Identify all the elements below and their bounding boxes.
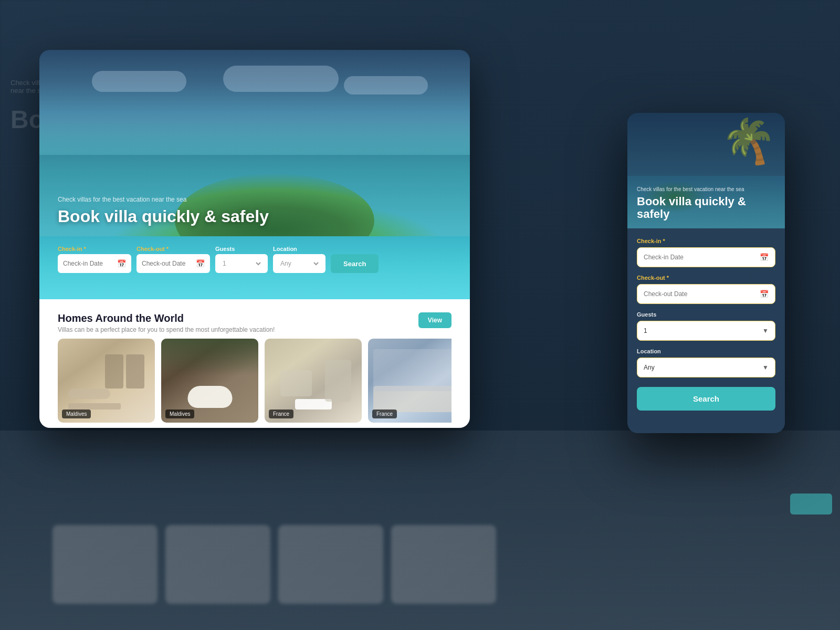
section-header: Homes Around the World Villas can be a p… (58, 312, 452, 333)
guests-label: Guests (215, 246, 268, 252)
location-input-wrap[interactable]: Any Maldives France Bali (273, 254, 326, 273)
mobile-checkout-label: Check-out * (637, 275, 775, 281)
calendar-icon: 📅 (117, 259, 126, 268)
checkout-input[interactable] (142, 260, 193, 267)
location-badge-1: Maldives (62, 410, 91, 418)
bg-villas (0, 430, 840, 630)
cloud-1 (92, 71, 186, 92)
mobile-guests-label: Guests (637, 311, 775, 318)
mobile-guests-group: Guests 1 2 3 4 5+ ▼ (637, 311, 775, 341)
bg-room-4 (391, 525, 496, 604)
cloud-3 (344, 76, 428, 94)
lower-section: Homes Around the World Villas can be a p… (39, 299, 470, 428)
location-select[interactable]: Any Maldives France Bali (278, 259, 320, 268)
bg-room-1 (52, 525, 158, 604)
mobile-guests-wrap[interactable]: 1 2 3 4 5+ ▼ (637, 321, 775, 341)
property-card-2[interactable]: Maldives (161, 339, 258, 423)
hero-content: Check villas for the best vacation near … (58, 196, 269, 226)
location-group: Location Any Maldives France Bali (273, 246, 326, 273)
mobile-location-wrap[interactable]: Any Maldives France Bali ▼ (637, 358, 775, 377)
mobile-search-button[interactable]: Search (637, 387, 775, 411)
search-form-hero: Check-in * 📅 Check-out * 📅 Guests (58, 246, 452, 273)
section-title-group: Homes Around the World Villas can be a p… (58, 312, 275, 333)
bg-teal-button (790, 494, 832, 514)
location-label: Location (273, 246, 326, 252)
guests-input-wrap[interactable]: 1 2 3 4 5+ (215, 254, 268, 273)
calendar-icon-2: 📅 (196, 259, 205, 268)
mobile-checkin-input[interactable] (637, 248, 775, 267)
mobile-location-label: Location (637, 348, 775, 354)
cloud-2 (223, 66, 339, 92)
mobile-card: 🌴 Check villas for the best vacation nea… (627, 113, 785, 433)
mobile-checkout-wrap[interactable]: 📅 (637, 284, 775, 304)
mobile-hero-subtitle: Check villas for the best vacation near … (637, 186, 775, 193)
property-card-1[interactable]: Maldives (58, 339, 155, 423)
bg-room-2 (165, 525, 270, 604)
checkout-label: Check-out * (136, 246, 210, 252)
mobile-location-group: Location Any Maldives France Bali ▼ (637, 348, 775, 377)
checkin-label: Check-in * (58, 246, 131, 252)
guests-select[interactable]: 1 2 3 4 5+ (220, 259, 262, 268)
mobile-checkout-input[interactable] (637, 285, 775, 303)
hero-title: Book villa quickly & safely (58, 207, 269, 226)
checkin-input[interactable] (63, 260, 114, 267)
location-badge-3: France (269, 410, 293, 418)
mobile-hero-title: Book villa quickly & safely (637, 195, 775, 220)
checkin-group: Check-in * 📅 (58, 246, 131, 273)
hero-clouds (39, 60, 470, 123)
palm-icon: 🌴 (717, 113, 781, 172)
property-card-3[interactable]: France (265, 339, 362, 423)
mobile-calendar-icon-1: 📅 (760, 253, 769, 261)
mobile-hero-content: Check villas for the best vacation near … (637, 186, 775, 220)
checkout-input-wrap[interactable]: 📅 (136, 254, 210, 273)
checkout-group: Check-out * 📅 (136, 246, 210, 273)
mobile-checkin-wrap[interactable]: 📅 (637, 247, 775, 267)
property-card-4[interactable]: France (368, 339, 452, 423)
mobile-checkin-group: Check-in * 📅 (637, 238, 775, 267)
bg-room-3 (278, 525, 383, 604)
mobile-calendar-icon-2: 📅 (760, 290, 769, 298)
mobile-guests-select[interactable]: 1 2 3 4 5+ (637, 321, 775, 340)
hero-subtitle: Check villas for the best vacation near … (58, 196, 269, 203)
section-subtitle: Villas can be a perfect place for you to… (58, 326, 275, 333)
search-button-hero[interactable]: Search (331, 254, 379, 273)
location-badge-4: France (372, 410, 397, 418)
bg-villa-rooms (52, 525, 496, 604)
mobile-location-select[interactable]: Any Maldives France Bali (637, 358, 775, 377)
guests-group: Guests 1 2 3 4 5+ (215, 246, 268, 273)
view-all-button[interactable]: View (418, 312, 452, 328)
mobile-checkout-group: Check-out * 📅 (637, 275, 775, 304)
hero-section: Check villas for the best vacation near … (39, 50, 470, 299)
property-grid: Maldives Maldives France (58, 339, 452, 423)
desktop-card: Check villas for the best vacation near … (39, 50, 470, 428)
location-badge-2: Maldives (165, 410, 194, 418)
mobile-checkin-label: Check-in * (637, 238, 775, 244)
mobile-form: Check-in * 📅 Check-out * 📅 Guests 1 (627, 228, 785, 433)
checkin-input-wrap[interactable]: 📅 (58, 254, 131, 273)
mobile-hero: 🌴 Check villas for the best vacation nea… (627, 113, 785, 228)
section-title: Homes Around the World (58, 312, 275, 324)
